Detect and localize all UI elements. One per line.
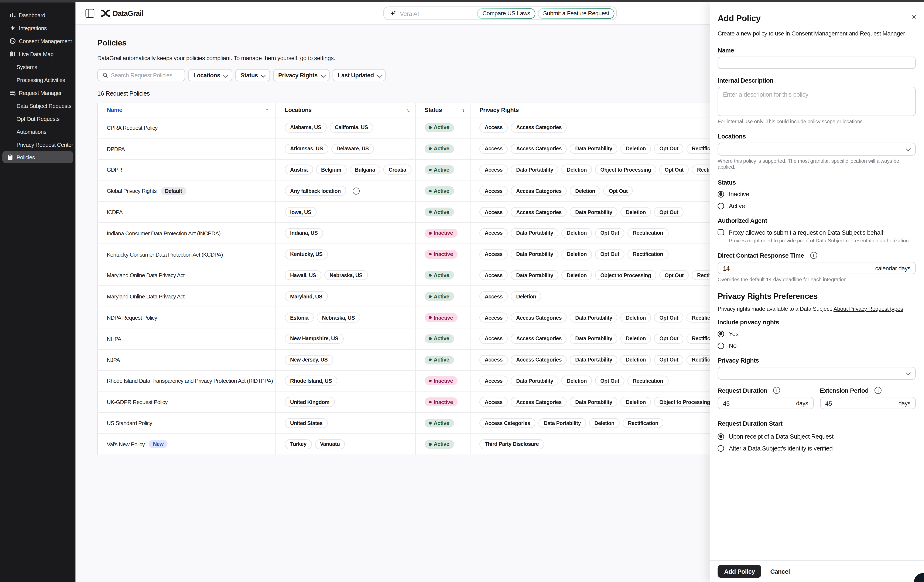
- column-header-locations[interactable]: Locations ↑↓: [276, 103, 416, 117]
- table-row[interactable]: Indiana Consumer Data Protection Act (IN…: [98, 223, 757, 244]
- table-row[interactable]: NDPA Request PolicyEstoniaNebraska, USIn…: [98, 307, 757, 328]
- sidebar-item-integrations[interactable]: Integrations: [2, 21, 73, 34]
- privacy-right-pill: Third Party Disclosure: [479, 439, 544, 449]
- table-row[interactable]: NHPANew Hampshire, USActiveAccessAccess …: [98, 328, 757, 350]
- policy-name-cell: NDPA Request Policy: [98, 307, 276, 328]
- search-input[interactable]: Search Request Policies: [97, 69, 185, 81]
- filter-dropdown-privacy-rights[interactable]: Privacy Rights: [273, 69, 330, 81]
- locations-cell: New Jersey, US: [276, 350, 416, 370]
- status-radio-inactive[interactable]: Inactive: [718, 191, 916, 198]
- privacy-rights-select[interactable]: [718, 367, 916, 380]
- name-field[interactable]: [718, 56, 916, 69]
- table-row[interactable]: GDPRAustriaBelgiumBulgariaCroatiaActiveA…: [98, 160, 757, 181]
- close-icon[interactable]: ×: [912, 12, 916, 21]
- privacy-right-pill: Deletion: [620, 355, 651, 365]
- table-row[interactable]: Global Privacy RightsDefaultAny fallback…: [98, 181, 757, 202]
- column-header-status[interactable]: Status ↑↓: [416, 103, 470, 117]
- sidebar-item-label: Live Data Map: [19, 50, 53, 57]
- sidebar-item-processing-activities[interactable]: Processing Activities: [2, 73, 73, 86]
- privacy-right-pill: Access: [479, 143, 508, 153]
- filter-dropdown-status[interactable]: Status: [235, 69, 270, 81]
- go-to-settings-link[interactable]: go to settings: [300, 55, 333, 61]
- response-time-helper: Overrides the default 14-day deadline fo…: [718, 277, 916, 282]
- info-icon[interactable]: i: [773, 387, 780, 394]
- sidebar-item-request-manager[interactable]: Request Manager: [2, 86, 73, 99]
- column-header-name[interactable]: Name ↑: [98, 103, 276, 117]
- sidebar-item-consent-management[interactable]: Consent Management: [2, 34, 73, 47]
- policy-name-cell: Maryland Online Data Privacy Act: [98, 286, 276, 307]
- internal-description-helper: For internal use only. This could includ…: [718, 119, 916, 124]
- table-row[interactable]: ICDPAIowa, USActiveAccessAccess Categori…: [98, 202, 757, 223]
- privacy-right-pill: Opt Out: [654, 312, 683, 322]
- privacy-right-pill: Access: [479, 397, 508, 407]
- cancel-button[interactable]: Cancel: [770, 568, 790, 575]
- info-icon[interactable]: i: [874, 387, 881, 394]
- locations-cell: Iowa, US: [276, 202, 416, 223]
- location-pill: Kentucky, US: [285, 249, 328, 259]
- privacy-right-pill: Access Categories: [511, 207, 567, 217]
- table-row[interactable]: CPRA Request PolicyAlabama, USCalifornia…: [98, 117, 757, 138]
- sidebar-item-automations[interactable]: Automations: [2, 125, 73, 138]
- include-radio-no[interactable]: No: [718, 342, 916, 349]
- sidebar-item-policies[interactable]: Policies: [2, 151, 73, 163]
- radio-unchecked-icon: [718, 445, 724, 452]
- table-row[interactable]: UK-GDPR Request PolicyUnited KingdomInac…: [98, 392, 757, 413]
- location-pill: Indiana, US: [285, 228, 323, 238]
- status-dot-icon: [429, 337, 431, 340]
- request-duration-field[interactable]: 45 days: [718, 397, 813, 409]
- status-badge: Active: [425, 123, 454, 132]
- submit-feature-request-button[interactable]: Submit a Feature Request: [538, 8, 614, 18]
- info-icon[interactable]: i: [353, 187, 360, 195]
- extension-period-field[interactable]: 45 days: [820, 397, 916, 409]
- privacy-right-pill: Deletion: [570, 186, 601, 196]
- sidebar-item-label: Automations: [16, 128, 46, 135]
- filter-dropdown-last-updated[interactable]: Last Updated: [333, 69, 386, 81]
- info-icon[interactable]: i: [810, 252, 817, 259]
- location-pill: New Jersey, US: [285, 355, 333, 365]
- new-badge: New: [149, 440, 168, 448]
- table-row[interactable]: NJPANew Jersey, USActiveAccessAccess Cat…: [98, 350, 757, 371]
- policy-name-cell: Kentucky Consumer Data Protection Act (K…: [98, 244, 276, 265]
- duration-start-radio-receipt[interactable]: Upon receipt of a Data Subject Request: [718, 433, 916, 440]
- filter-dropdown-locations[interactable]: Locations: [188, 69, 233, 81]
- internal-description-field[interactable]: Enter a description for this policy: [718, 87, 916, 116]
- sidebar-item-label: Privacy Request Center: [16, 141, 73, 148]
- table-row[interactable]: Kentucky Consumer Data Protection Act (K…: [98, 244, 757, 265]
- privacy-right-pill: Access Categories: [511, 355, 567, 365]
- sidebar-item-dashboard[interactable]: Dashboard: [2, 8, 73, 21]
- location-pill: Belgium: [316, 165, 346, 175]
- proxy-checkbox[interactable]: Proxy allowed to submit a request on Dat…: [718, 229, 916, 236]
- sort-icon: ↑↓: [406, 107, 409, 113]
- table-row[interactable]: Maryland Online Data Privacy ActMaryland…: [98, 286, 757, 307]
- table-row[interactable]: Maryland Online Data Privacy ActHawaii, …: [98, 265, 757, 286]
- status-radio-active[interactable]: Active: [718, 202, 916, 209]
- add-policy-button[interactable]: Add Policy: [718, 565, 761, 578]
- sidebar-collapse-icon[interactable]: [86, 9, 94, 18]
- status-badge: Active: [425, 186, 454, 195]
- table-row[interactable]: Rhode Island Data Transparency and Priva…: [98, 371, 757, 392]
- sidebar-item-data-subject-requests[interactable]: Data Subject Requests: [2, 99, 73, 112]
- policy-name-cell: NJPA: [98, 350, 276, 370]
- include-radio-yes[interactable]: Yes: [718, 330, 916, 337]
- compare-us-laws-button[interactable]: Compare US Laws: [477, 8, 536, 18]
- privacy-right-pill: Deletion: [620, 143, 651, 153]
- response-time-field[interactable]: 14 calendar days: [718, 262, 916, 274]
- status-badge: Inactive: [425, 376, 458, 385]
- table-row[interactable]: Val's New PolicyNewTurkeyVanuatuActiveTh…: [98, 434, 757, 455]
- locations-cell: Hawaii, USNebraska, US: [276, 265, 416, 286]
- table-row[interactable]: US Standard PolicyUnited StatesActiveAcc…: [98, 413, 757, 434]
- sidebar-item-opt-out-requests[interactable]: Opt Out Requests: [2, 112, 73, 125]
- sidebar-item-systems[interactable]: Systems: [2, 60, 73, 73]
- locations-select[interactable]: [718, 143, 916, 156]
- sidebar-item-privacy-request-center[interactable]: Privacy Request Center: [2, 138, 73, 151]
- policy-name: Global Privacy Rights: [107, 188, 157, 195]
- request-policies-count: 16 Request Policies: [97, 90, 710, 97]
- vera-ai-search[interactable]: Vera AI Compare US Laws Submit a Feature…: [383, 7, 617, 20]
- table-row[interactable]: DPDPAArkansas, USDelaware, USActiveAcces…: [98, 138, 757, 160]
- status-cell: Active: [416, 328, 470, 349]
- sidebar-item-live-data-map[interactable]: Live Data Map: [2, 47, 73, 60]
- privacy-right-pill: Access: [479, 249, 508, 259]
- about-privacy-request-types-link[interactable]: About Privacy Request types: [833, 305, 903, 312]
- duration-start-radio-verified[interactable]: After a Data Subject's identity is verif…: [718, 445, 916, 452]
- panel-title: Add Policy: [718, 13, 916, 23]
